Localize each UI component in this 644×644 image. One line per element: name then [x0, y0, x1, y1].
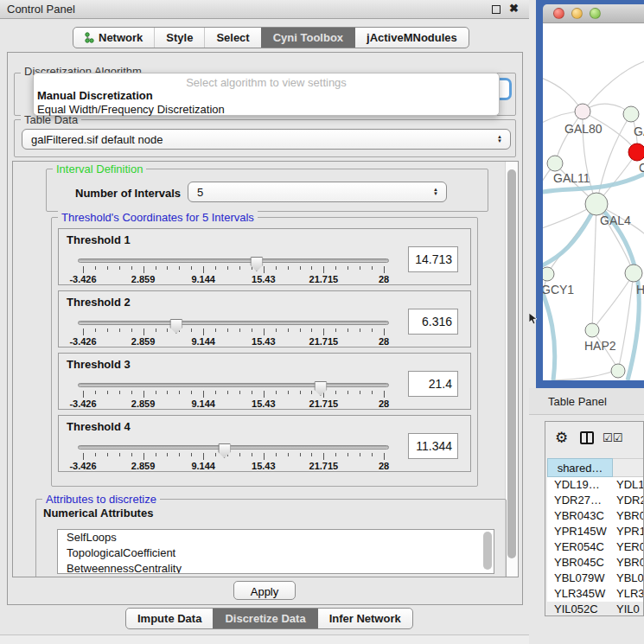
slider-scale-labels: -3.4262.8599.14415.4321.71528: [83, 336, 384, 347]
tab-style[interactable]: Style: [154, 28, 204, 48]
network-node-label: GCY1: [543, 283, 574, 296]
tab-discretize-data[interactable]: Discretize Data: [213, 609, 316, 628]
cell-name[interactable]: YLR3: [613, 586, 644, 602]
tab-select[interactable]: Select: [204, 28, 260, 48]
network-node[interactable]: [628, 143, 644, 161]
dropdown-option-equal-width[interactable]: Equal Width/Frequency Discretization: [37, 103, 225, 116]
network-node[interactable]: [623, 106, 639, 122]
tab-impute-data[interactable]: Impute Data: [126, 609, 213, 628]
slider-track[interactable]: [78, 445, 389, 450]
cell-shared-name[interactable]: YDR27…: [547, 493, 613, 508]
numerical-attributes-label: Numerical Attributes: [43, 507, 153, 520]
network-node[interactable]: [575, 104, 590, 119]
dropdown-option-manual[interactable]: Manual Discretization: [37, 89, 153, 102]
cell-name[interactable]: YPR1: [613, 524, 644, 539]
split-columns-icon[interactable]: [580, 431, 594, 444]
cell-shared-name[interactable]: YER054C: [547, 539, 613, 555]
cell-name[interactable]: YER0: [613, 539, 644, 555]
table-row[interactable]: YLR345WYLR3: [547, 586, 644, 602]
network-node[interactable]: [547, 156, 563, 171]
cell-name[interactable]: YDL1: [613, 477, 644, 493]
scrollbar-thumb[interactable]: [507, 169, 516, 558]
slider-thumb[interactable]: [218, 443, 231, 458]
thresholds-group: Threshold's Coordinates for 5 Intervals …: [51, 217, 478, 487]
close-icon[interactable]: ✖: [509, 2, 519, 15]
cell-shared-name[interactable]: YDL19…: [547, 477, 613, 493]
cell-name[interactable]: YBR0: [613, 555, 644, 571]
table-row[interactable]: YER054CYER0: [547, 539, 644, 555]
checkbox-icons[interactable]: ☑☑: [603, 431, 622, 444]
number-of-intervals-spinner[interactable]: 5 ▲▼: [188, 182, 447, 202]
table-row[interactable]: YPR145WYPR1: [547, 524, 644, 539]
table-row[interactable]: YBR043CYBR0: [547, 508, 644, 524]
cell-name[interactable]: YBL0: [613, 571, 644, 586]
cell-name[interactable]: YBR0: [613, 508, 644, 524]
column-header-name[interactable]: na: [613, 458, 644, 477]
minimize-traffic-light-icon[interactable]: [571, 8, 583, 19]
zoom-traffic-light-icon[interactable]: [590, 8, 601, 19]
spinner-arrows-icon: ▲▼: [433, 188, 438, 196]
tab-infer-network[interactable]: Infer Network: [317, 609, 412, 628]
apply-button[interactable]: Apply: [233, 581, 296, 600]
cell-shared-name[interactable]: YPR145W: [547, 524, 613, 539]
table-row[interactable]: YBL079WYBL0: [547, 571, 644, 586]
threshold-value-field[interactable]: 21.4: [408, 371, 458, 397]
column-header-shared-name[interactable]: shared…: [547, 458, 613, 477]
slider-track[interactable]: [78, 258, 389, 263]
threshold-value-field[interactable]: 6.316: [408, 309, 458, 335]
float-window-icon[interactable]: [492, 5, 501, 14]
network-node[interactable]: [585, 323, 599, 337]
panel-title: Control Panel: [7, 3, 75, 16]
threshold-value-field[interactable]: 14.713: [408, 246, 458, 272]
attribute-list-item[interactable]: TopologicalCoefficient: [58, 545, 494, 561]
node-table[interactable]: shared… na YDL19…YDL1YDR27…YDR2YBR043CYB…: [547, 458, 644, 602]
network-canvas[interactable]: GAL80GACGAL11GAL4GCY1HHAP2: [543, 23, 644, 380]
threshold-slider[interactable]: -3.4262.8599.14415.4321.71528: [78, 252, 389, 284]
network-node[interactable]: [611, 364, 625, 378]
slider-scale-labels: -3.4262.8599.14415.4321.71528: [83, 461, 384, 471]
table-row[interactable]: YDL19…YDL1: [547, 477, 644, 493]
cell-name[interactable]: YDR2: [613, 493, 644, 508]
network-view-window[interactable]: GAL80GACGAL11GAL4GCY1HHAP2: [536, 0, 644, 388]
table-header[interactable]: shared… na: [547, 458, 644, 477]
slider-track[interactable]: [78, 321, 389, 325]
threshold-slider[interactable]: -3.4262.8599.14415.4321.71528: [78, 314, 389, 347]
cell-shared-name[interactable]: YBR045C: [547, 555, 613, 571]
cell-shared-name[interactable]: YIL052C: [547, 602, 613, 616]
list-scrollbar-thumb[interactable]: [483, 532, 492, 570]
group-title: Attributes to discretize: [42, 493, 160, 506]
cell-name[interactable]: YIL0: [613, 602, 644, 616]
cell-shared-name[interactable]: YBL079W: [547, 571, 613, 586]
threshold-value-field[interactable]: 11.344: [408, 433, 458, 459]
threshold-label: Threshold 3: [67, 358, 131, 371]
network-node[interactable]: [585, 193, 608, 215]
network-node-label: HAP2: [584, 339, 616, 353]
close-traffic-light-icon[interactable]: [553, 8, 564, 19]
threshold-label: Threshold 4: [67, 420, 131, 433]
gear-icon[interactable]: ⚙: [555, 429, 568, 447]
slider-thumb[interactable]: [314, 381, 327, 396]
slider-track[interactable]: [78, 383, 389, 387]
table-row[interactable]: YBR045CYBR0: [547, 555, 644, 571]
table-row[interactable]: YIL052CYIL0: [547, 602, 644, 616]
network-node-label: GAL80: [564, 122, 603, 136]
table-toolbar: ⚙ ☑☑: [545, 422, 643, 456]
network-node[interactable]: [543, 267, 554, 281]
network-node-label: H: [636, 283, 644, 296]
tab-cyni-toolbox[interactable]: Cyni Toolbox: [261, 28, 354, 48]
table-row[interactable]: YDR27…YDR2: [547, 493, 644, 508]
threshold-slider[interactable]: -3.4262.8599.14415.4321.71528: [78, 438, 389, 471]
threshold-slider[interactable]: -3.4262.8599.14415.4321.71528: [78, 376, 389, 409]
attribute-list-item[interactable]: SelfLoops: [58, 530, 494, 545]
network-window-titlebar[interactable]: [543, 4, 644, 23]
cell-shared-name[interactable]: YLR345W: [547, 586, 613, 602]
table-data-combobox[interactable]: galFiltered.sif default node ▲▼: [22, 129, 511, 150]
tab-jactivemnodules[interactable]: jActiveMNodules: [354, 28, 469, 48]
tab-network[interactable]: Network: [73, 28, 154, 48]
settings-scrollbar[interactable]: [505, 162, 518, 577]
cell-shared-name[interactable]: YBR043C: [547, 508, 613, 524]
slider-thumb[interactable]: [169, 319, 182, 334]
numerical-attributes-list[interactable]: SelfLoopsTopologicalCoefficientBetweenne…: [57, 529, 494, 574]
network-node[interactable]: [625, 265, 642, 282]
attribute-list-item[interactable]: BetweennessCentrality: [58, 561, 494, 574]
